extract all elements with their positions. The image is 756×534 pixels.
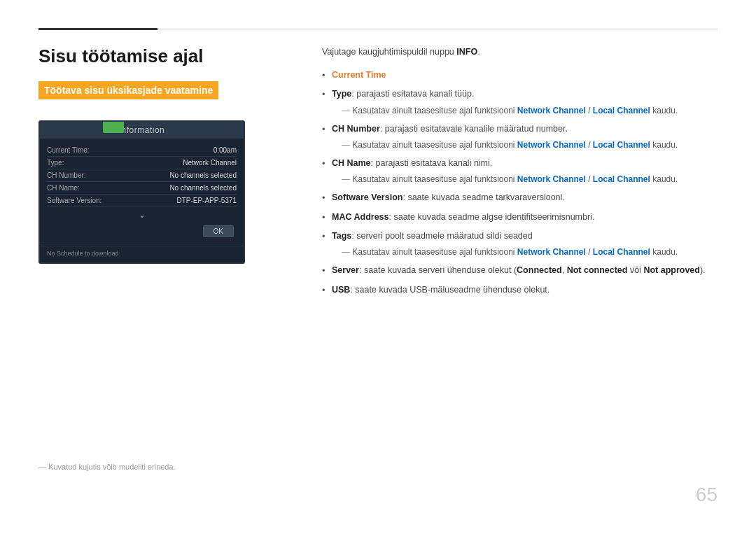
ch-number-sub-bullet: Kasutatav ainult taasesituse ajal funkts… (332, 139, 718, 151)
ch-name-sub-bullet: Kasutatav ainult taasesituse ajal funkts… (332, 173, 718, 185)
page-title: Sisu töötamise ajal (38, 45, 290, 67)
tv-body: Current Time: 0:00am Type: Network Chann… (40, 139, 244, 246)
ch-name-sub-network: Network Channel (517, 174, 586, 184)
ch-name-sub-local: Local Channel (593, 174, 650, 184)
type-text: : parajasti esitatava kanali tüüp. (351, 89, 474, 99)
bullet-list: Current Time Type: parajasti esitatava k… (322, 69, 718, 297)
intro-text-bold: INFO (456, 47, 477, 57)
server-not-approved: Not approved (643, 265, 700, 275)
list-item-server: Server: saate kuvada serveri ühenduse ol… (322, 264, 718, 277)
server-voi: või (627, 265, 643, 275)
tv-label-type: Type: (47, 159, 103, 167)
tv-row-ch-number: CH Number: No channels selected (47, 169, 237, 182)
tv-value-ch-number: No channels selected (169, 171, 237, 179)
ch-name-sub-suffix: kaudu. (650, 174, 678, 184)
ch-number-sub-network: Network Channel (517, 140, 586, 150)
server-text-before: : saate kuvada serveri ühenduse olekut ( (359, 265, 517, 275)
tv-ok-button-row: OK (47, 223, 237, 240)
tags-sub-local: Local Channel (593, 247, 650, 257)
type-sub-prefix: Kasutatav ainult taasesituse ajal funkts… (352, 106, 517, 115)
left-column: Sisu töötamise ajal Töötava sisu üksikas… (38, 45, 290, 264)
tags-sub-prefix: Kasutatav ainult taasesituse ajal funkts… (352, 247, 517, 257)
ch-number-sub-slash: / (586, 140, 593, 150)
top-line-light (158, 29, 718, 29)
top-decorative-lines (38, 28, 718, 30)
list-item-usb: USB: saate kuvada USB-mäluseadme ühendus… (322, 283, 718, 297)
ch-name-sub-slash: / (586, 174, 593, 184)
mac-address-text: : saate kuvada seadme algse identifitsee… (389, 212, 595, 222)
software-version-label-bold: Software Version (332, 192, 402, 202)
tv-value-software-version: DTP-EP-APP-5371 (176, 197, 237, 204)
ch-number-text: : parajasti esitatavale kanalile määratu… (380, 124, 568, 134)
server-label-bold: Server (332, 265, 359, 275)
intro-text-suffix: . (477, 47, 479, 57)
tags-sub-slash: / (586, 247, 593, 257)
tags-sub-suffix: kaudu. (650, 247, 678, 257)
tv-header-title: Information (40, 122, 244, 139)
type-sub-suffix: kaudu. (650, 106, 678, 115)
list-item-ch-number: CH Number: parajasti esitatavale kanalil… (322, 122, 718, 151)
tv-value-current-time: 0:00am (214, 146, 237, 154)
tv-label-current-time: Current Time: (47, 146, 103, 154)
list-item-mac-address: MAC Address: saate kuvada seadme algse i… (322, 211, 718, 224)
tv-row-software-version: Software Version: DTP-EP-APP-5371 (47, 195, 237, 207)
list-item-ch-name: CH Name: parajasti esitatava kanali nimi… (322, 157, 718, 185)
tv-screen-mockup: Information Current Time: 0:00am Type: N… (38, 120, 245, 264)
intro-text: Vajutage kaugjuhtimispuldil nuppu INFO. (322, 45, 718, 59)
type-sub-network: Network Channel (517, 106, 586, 115)
ch-number-sub-prefix: Kasutatav ainult taasesituse ajal funkts… (352, 140, 517, 150)
list-item-tags: Tags: serveri poolt seadmele määratud si… (322, 230, 718, 258)
tv-header-wrap: Information (40, 122, 244, 139)
usb-label-bold: USB (332, 285, 350, 295)
section-highlight-label: Töötava sisu üksikasjade vaatamine (38, 81, 218, 99)
bottom-note: Kuvatud kujutis võib mudeliti erineda. (38, 463, 176, 471)
list-item-current-time: Current Time (322, 69, 718, 82)
tags-text: : serveri poolt seadmele määratud sildi … (351, 231, 532, 241)
server-not-connected: Not connected (567, 265, 628, 275)
type-sub-local: Local Channel (593, 106, 650, 115)
type-label-bold: Type (332, 89, 351, 99)
tv-label-ch-name: CH Name: (47, 184, 103, 192)
tv-green-indicator (103, 122, 124, 133)
software-version-text: : saate kuvada seadme tarkvaraversiooni. (402, 192, 564, 202)
tv-row-type: Type: Network Channel (47, 157, 237, 169)
tags-sub-network: Network Channel (517, 247, 586, 257)
server-comma: , (562, 265, 567, 275)
tags-sub-bullet: Kasutatav ainult taasesituse ajal funkts… (332, 246, 718, 258)
tv-value-ch-name: No channels selected (169, 184, 237, 192)
server-connected: Connected (517, 265, 562, 275)
server-end: ). (700, 265, 706, 275)
tv-label-software-version: Software Version: (47, 197, 103, 204)
tv-value-type: Network Channel (183, 159, 237, 167)
mac-address-label-bold: MAC Address (332, 212, 389, 222)
tv-footer: No Schedule to download (40, 246, 244, 262)
ch-name-label-bold: CH Name (332, 158, 371, 168)
ch-number-sub-suffix: kaudu. (650, 140, 678, 150)
tv-row-ch-name: CH Name: No channels selected (47, 182, 237, 195)
ch-number-sub-local: Local Channel (593, 140, 650, 150)
ch-number-label-bold: CH Number (332, 124, 380, 134)
top-line-dark (38, 28, 158, 30)
list-item-software-version: Software Version: saate kuvada seadme ta… (322, 191, 718, 204)
tv-label-ch-number: CH Number: (47, 171, 103, 179)
tv-arrow-icon: ⌄ (47, 207, 237, 223)
tags-label-bold: Tags (332, 231, 351, 241)
usb-text: : saate kuvada USB-mäluseadme ühenduse o… (350, 285, 550, 295)
type-sub-bullet: Kasutatav ainult taasesituse ajal funkts… (332, 104, 718, 117)
tv-ok-button[interactable]: OK (203, 225, 234, 237)
page-number: 65 (696, 484, 718, 506)
tv-row-current-time: Current Time: 0:00am (47, 144, 237, 157)
current-time-label: Current Time (332, 70, 386, 80)
type-sub-slash: / (586, 106, 593, 115)
ch-name-text: : parajasti esitatava kanali nimi. (371, 158, 493, 168)
intro-text-prefix: Vajutage kaugjuhtimispuldil nuppu (322, 47, 456, 57)
right-column: Vajutage kaugjuhtimispuldil nuppu INFO. … (322, 45, 718, 302)
ch-name-sub-prefix: Kasutatav ainult taasesituse ajal funkts… (352, 174, 517, 184)
list-item-type: Type: parajasti esitatava kanali tüüp. K… (322, 87, 718, 116)
